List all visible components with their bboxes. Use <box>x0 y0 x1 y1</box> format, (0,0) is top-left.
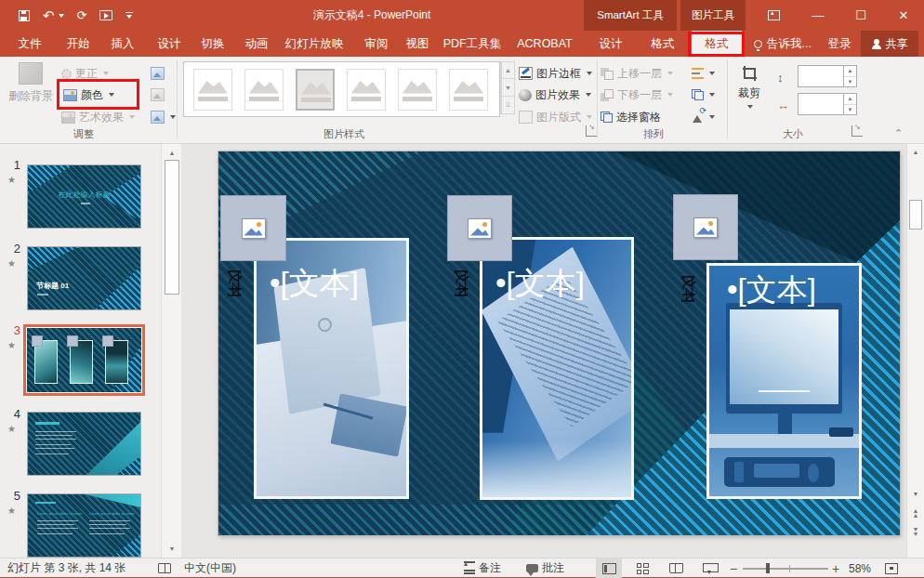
selection-pane-button[interactable]: 选择窗格 <box>601 108 661 126</box>
picture-style-option[interactable] <box>244 69 284 111</box>
picture-style-option[interactable] <box>193 69 232 111</box>
shape-height-input[interactable]: ▲▼ <box>798 65 857 87</box>
gallery-more-button[interactable]: ⍗ <box>501 97 515 114</box>
align-button[interactable] <box>692 64 715 83</box>
share-button[interactable]: 共享 <box>861 31 918 57</box>
main-scrollbar[interactable]: ▲ ▼ ▲▲ ▼▼ <box>906 144 924 558</box>
picture-style-option-selected[interactable] <box>296 69 335 111</box>
picture-layout-button[interactable]: 图片版式 <box>519 108 592 126</box>
height-spin-down[interactable]: ▼ <box>844 77 856 87</box>
slide-canvas[interactable]: •[文本] •[文本] •[文本] [文本] [文本] [文本] <box>218 151 900 535</box>
close-button[interactable]: ✕ <box>883 0 924 31</box>
tab-design[interactable]: 设计 <box>149 31 190 57</box>
send-backward-button[interactable]: 下移一层 <box>601 85 673 104</box>
comments-button[interactable]: 批注 <box>526 558 564 578</box>
tab-smartart-format[interactable]: 格式 <box>641 31 684 57</box>
collapse-ribbon-button[interactable]: ⌃ <box>894 124 903 142</box>
panel-scrollbar[interactable]: ▲ ▼ <box>161 144 181 558</box>
corrections-button[interactable]: 更正 <box>61 64 109 83</box>
picture-style-option[interactable] <box>398 69 437 111</box>
spellcheck-button[interactable] <box>158 558 171 578</box>
crop-button[interactable]: 裁剪 <box>733 63 766 109</box>
slideshow-view-button[interactable] <box>696 558 722 578</box>
compress-picture-button[interactable] <box>151 64 165 83</box>
zoom-level[interactable]: 58% <box>849 558 871 578</box>
ribbon-display-options-button[interactable] <box>757 0 790 31</box>
tab-insert[interactable]: 插入 <box>102 31 143 57</box>
artistic-effects-button[interactable]: 艺术效果 <box>61 108 135 126</box>
size-dialog-launcher[interactable] <box>851 125 863 137</box>
slide-thumbnail-5[interactable]: Lorem ipsum dolor sit amet Lorem ipsum d… <box>27 493 141 558</box>
tab-view[interactable]: 视图 <box>396 31 439 57</box>
tell-me-box[interactable]: 告诉我... <box>747 31 818 57</box>
customize-quick-access-button[interactable] <box>125 12 133 20</box>
change-picture-button[interactable] <box>151 85 165 104</box>
main-scroll-up-button[interactable]: ▲ <box>909 146 922 159</box>
gallery-scroll-down-button[interactable]: ▼ <box>501 79 515 97</box>
vertical-text-2[interactable]: [文本] <box>453 250 470 315</box>
tab-smartart-design[interactable]: 设计 <box>589 31 632 57</box>
fit-to-window-button[interactable] <box>885 558 898 578</box>
bullet-text-1[interactable]: •[文本] <box>270 263 359 305</box>
bullet-text-2[interactable]: •[文本] <box>495 263 585 305</box>
save-button[interactable] <box>19 10 30 21</box>
minimize-button[interactable]: — <box>799 0 837 31</box>
panel-scroll-up-button[interactable]: ▲ <box>165 146 179 159</box>
vertical-text-1[interactable]: [文本] <box>226 250 244 315</box>
bring-forward-button[interactable]: 上移一层 <box>601 64 673 83</box>
contextual-header-picture-tools[interactable]: 图片工具 <box>680 0 746 31</box>
height-spin-up[interactable]: ▲ <box>844 66 856 77</box>
panel-scrollbar-thumb[interactable] <box>165 160 179 295</box>
slide-thumbnail-1[interactable]: 在此处输入标题 <box>27 164 141 229</box>
tab-review[interactable]: 审阅 <box>355 31 398 57</box>
zoom-out-button[interactable]: − <box>730 558 737 578</box>
width-spin-down[interactable]: ▼ <box>844 105 856 115</box>
remove-background-button[interactable]: 删除背景 <box>6 62 56 104</box>
tab-pdf-tools[interactable]: PDF工具集 <box>439 31 506 57</box>
reading-view-button[interactable] <box>663 558 689 578</box>
picture-style-option[interactable] <box>347 69 386 111</box>
slide-thumbnail-3-selected[interactable] <box>23 324 145 396</box>
tab-acrobat[interactable]: ACROBAT <box>509 31 580 57</box>
contextual-header-smartart[interactable]: SmartArt 工具 <box>584 0 677 31</box>
reset-picture-button[interactable] <box>151 108 176 126</box>
picture-effects-button[interactable]: 图片效果 <box>519 85 591 104</box>
bullet-text-3[interactable]: •[文本] <box>727 269 816 311</box>
start-slideshow-button[interactable] <box>99 10 112 20</box>
notes-button[interactable]: 备注 <box>464 558 501 578</box>
undo-button[interactable]: ↶ <box>43 8 64 22</box>
shape-height-value[interactable] <box>799 66 843 86</box>
panel-scroll-down-button[interactable]: ▼ <box>165 542 179 555</box>
content-placeholder-3[interactable] <box>673 194 738 260</box>
slide-sorter-view-button[interactable] <box>629 558 655 578</box>
tab-picture-format-active[interactable]: 格式 <box>692 31 742 57</box>
next-slide-button[interactable]: ▼▼ <box>909 525 922 538</box>
rotate-button[interactable] <box>692 108 715 126</box>
group-objects-button[interactable] <box>692 85 715 104</box>
shape-width-input[interactable]: ▲▼ <box>798 93 857 115</box>
tab-slideshow[interactable]: 幻灯片放映 <box>277 31 351 57</box>
main-scrollbar-thumb[interactable] <box>909 200 922 230</box>
tab-animations[interactable]: 动画 <box>236 31 277 57</box>
normal-view-button[interactable] <box>596 558 622 578</box>
color-button[interactable]: 颜色 <box>63 85 114 104</box>
language-indicator[interactable]: 中文(中国) <box>184 558 236 578</box>
maximize-button[interactable]: ☐ <box>842 0 879 31</box>
tab-home[interactable]: 开始 <box>58 31 99 57</box>
zoom-slider-track[interactable] <box>743 568 828 570</box>
tab-file[interactable]: 文件 <box>7 31 52 57</box>
slide-thumbnail-4[interactable] <box>27 412 141 476</box>
picture-styles-dialog-launcher[interactable] <box>586 125 597 137</box>
sign-in-button[interactable]: 登录 <box>820 31 859 57</box>
slide-thumbnail-2[interactable]: 节标题 01 <box>27 246 141 310</box>
shape-width-value[interactable] <box>799 94 843 114</box>
redo-button[interactable]: ⟳ <box>77 9 87 21</box>
gallery-scroll-up-button[interactable]: ▲ <box>501 61 515 79</box>
main-scroll-down-button[interactable]: ▼ <box>909 488 922 501</box>
tab-transitions[interactable]: 切换 <box>191 31 234 57</box>
picture-border-button[interactable]: 图片边框 <box>519 64 592 83</box>
zoom-in-button[interactable]: + <box>832 558 839 578</box>
previous-slide-button[interactable]: ▲▲ <box>909 506 922 519</box>
zoom-slider-thumb[interactable] <box>766 563 770 573</box>
vertical-text-3[interactable]: [文本] <box>680 256 697 321</box>
